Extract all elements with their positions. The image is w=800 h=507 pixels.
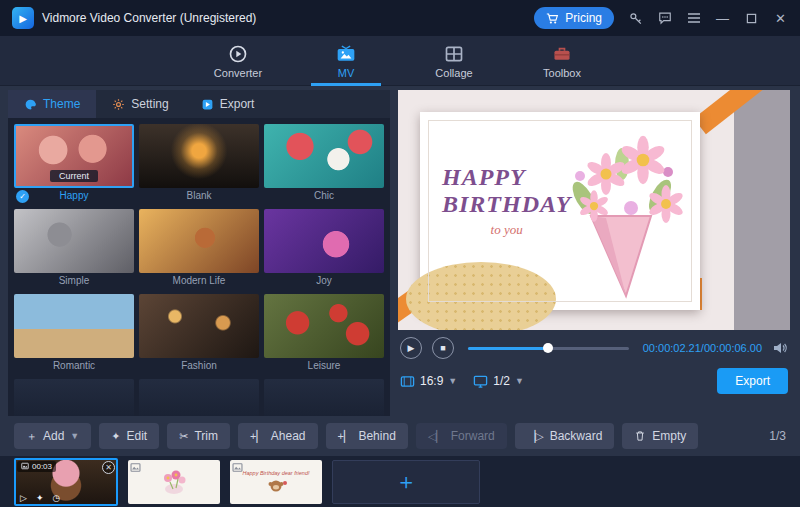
close-icon[interactable]: ✕ [773,11,788,26]
theme-item-blank[interactable]: Blank [139,124,259,204]
add-clip-tile[interactable]: ＋ [332,460,480,504]
tab-mv[interactable]: MV [307,36,385,86]
progress-slider[interactable] [468,347,629,350]
preview-options: 16:9 ▼ 1/2 ▼ Export [400,368,788,394]
behind-button[interactable]: +▏ Behind [326,423,408,449]
behind-label: Behind [358,429,395,443]
tab-export[interactable]: Export [185,90,271,118]
add-button[interactable]: ＋ Add ▼ [14,423,91,449]
empty-button[interactable]: Empty [622,423,698,449]
theme-item-chic[interactable]: Chic [264,124,384,204]
theme-label: Happy [14,188,134,204]
theme-item-happy[interactable]: Current ✓ Happy [14,124,134,204]
theme-label: Simple [14,273,134,289]
clip-edit-icon[interactable]: ✦ [36,493,44,503]
export-button[interactable]: Export [717,368,788,394]
theme-label: Romantic [14,358,134,374]
ahead-button[interactable]: +▏ Ahead [238,423,318,449]
theme-thumbnail: Current [14,124,134,188]
theme-item-leisure[interactable]: Leisure [264,294,384,374]
ahead-label: Ahead [271,429,306,443]
card-arm-illustration [406,262,556,330]
chevron-down-icon: ▼ [448,376,457,386]
theme-item[interactable] [264,379,384,416]
tab-setting[interactable]: Setting [96,90,184,118]
birthday-card: HAPPY BIRTHDAY to you [420,112,700,310]
theme-item-modern-life[interactable]: Modern Life [139,209,259,289]
video-preview: HAPPY BIRTHDAY to you [398,90,790,330]
maximize-icon[interactable] [744,11,759,26]
theme-label: Fashion [139,358,259,374]
backward-button[interactable]: ▕▷ Backward [515,423,615,449]
theme-label: Modern Life [139,273,259,289]
clip-tools: ▷ ✦ ◷ [20,493,60,503]
tab-converter-label: Converter [214,67,262,79]
register-key-icon[interactable] [628,11,643,26]
edit-button[interactable]: ✦ Edit [99,423,159,449]
tab-toolbox-label: Toolbox [543,67,581,79]
titlebar: ▶ Vidmore Video Converter (Unregistered)… [0,0,800,36]
theme-label: Joy [264,273,384,289]
screen-icon [473,374,488,389]
theme-thumbnail [264,209,384,273]
chevron-down-icon: ▼ [515,376,524,386]
theme-item[interactable] [139,379,259,416]
trim-button[interactable]: ✂ Trim [167,423,230,449]
pricing-label: Pricing [565,11,602,25]
theme-item-joy[interactable]: Joy [264,209,384,289]
tab-collage[interactable]: Collage [415,36,493,86]
timeline-clip-1[interactable]: 00:03 ✕ ▷ ✦ ◷ [14,458,118,506]
minimize-icon[interactable]: — [715,11,730,26]
tab-setting-label: Setting [131,97,168,111]
theme-thumbnail [264,379,384,416]
theme-thumbnail [264,124,384,188]
aspect-ratio-value: 16:9 [420,374,443,388]
empty-label: Empty [652,429,686,443]
forward-label: Forward [451,429,495,443]
theme-thumbnail [14,379,134,416]
insert-ahead-icon: +▏ [250,430,265,443]
clip-caption: Happy Birthday dear friend! [241,470,311,477]
screen-page-dropdown[interactable]: 1/2 ▼ [473,374,524,389]
toolbox-icon [552,44,572,64]
theme-panel-tabs: Theme Setting Export [8,90,390,118]
theme-item-fashion[interactable]: Fashion [139,294,259,374]
tab-toolbox[interactable]: Toolbox [523,36,601,86]
theme-grid: Current ✓ Happy Blank Chic Simple Modern… [8,118,390,416]
feedback-icon[interactable] [657,11,672,26]
clip-play-icon[interactable]: ▷ [20,493,27,503]
theme-item-romantic[interactable]: Romantic [14,294,134,374]
check-icon: ✓ [16,190,29,203]
gear-icon [112,98,125,111]
theme-thumbnail [139,209,259,273]
timeline-clip-2[interactable] [128,460,220,504]
mv-icon [335,44,357,64]
stop-button[interactable]: ■ [432,337,454,359]
clip-duration-icon[interactable]: ◷ [52,493,60,503]
current-badge: Current [50,170,98,182]
theme-thumbnail [139,124,259,188]
timeline: 00:03 ✕ ▷ ✦ ◷ Happy Birthday dear friend… [0,456,800,507]
tab-converter[interactable]: Converter [199,36,277,86]
theme-item-simple[interactable]: Simple [14,209,134,289]
add-label: Add [43,429,64,443]
move-forward-icon: ◁▏ [428,430,445,443]
monkey-thumbnail [241,479,311,493]
flowers-thumbnail [157,467,191,497]
theme-item[interactable] [14,379,134,416]
timeline-clip-3[interactable]: Happy Birthday dear friend! [230,460,322,504]
pricing-button[interactable]: Pricing [534,7,614,29]
aspect-ratio-dropdown[interactable]: 16:9 ▼ [400,374,457,389]
remove-clip-icon[interactable]: ✕ [102,461,115,474]
volume-icon[interactable] [772,340,788,356]
aspect-ratio-icon [400,374,415,389]
tab-theme-label: Theme [43,97,80,111]
tab-collage-label: Collage [435,67,472,79]
menu-icon[interactable] [686,11,701,26]
tab-theme[interactable]: Theme [8,90,96,118]
main-nav: Converter MV Collage Toolbox [0,36,800,86]
play-button[interactable]: ▶ [400,337,422,359]
forward-button[interactable]: ◁▏ Forward [416,423,507,449]
progress-knob[interactable] [543,343,553,353]
converter-icon [228,44,248,64]
